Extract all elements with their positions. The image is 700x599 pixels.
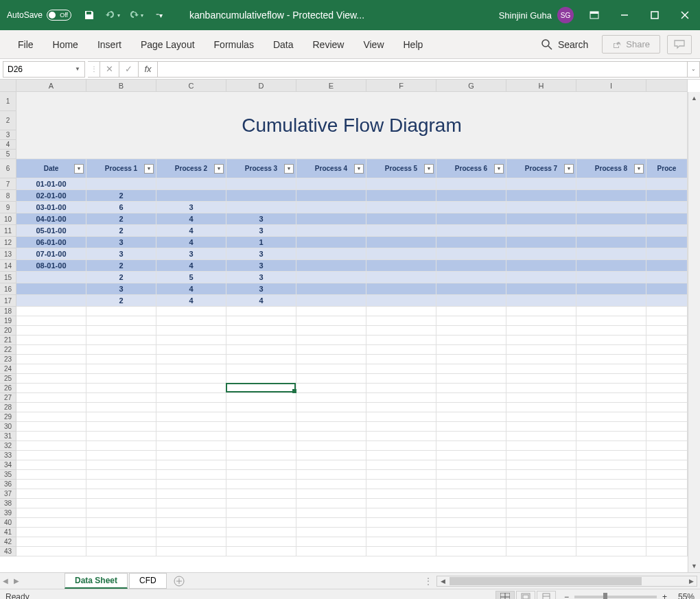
empty-cell[interactable] xyxy=(436,518,506,528)
table-cell[interactable] xyxy=(576,295,646,307)
empty-cell[interactable] xyxy=(86,316,156,326)
empty-cell[interactable] xyxy=(646,537,688,547)
empty-cell[interactable] xyxy=(506,403,576,412)
empty-cell[interactable] xyxy=(506,384,576,393)
empty-cell[interactable] xyxy=(506,508,576,518)
table-cell[interactable] xyxy=(506,225,576,237)
ribbon-tab-help[interactable]: Help xyxy=(394,34,433,56)
scroll-right-icon[interactable]: ▶ xyxy=(686,576,697,586)
zoom-out-button[interactable]: − xyxy=(564,592,569,600)
table-cell[interactable] xyxy=(296,190,366,202)
table-cell[interactable] xyxy=(436,260,506,272)
empty-cell[interactable] xyxy=(296,412,366,422)
row-header[interactable]: 20 xyxy=(0,326,16,336)
empty-cell[interactable] xyxy=(86,384,156,393)
empty-cell[interactable] xyxy=(86,518,156,528)
empty-cell[interactable] xyxy=(16,499,86,508)
empty-cell[interactable] xyxy=(436,403,506,412)
empty-cell[interactable] xyxy=(366,307,436,316)
ribbon-display-icon[interactable] xyxy=(579,0,609,30)
table-cell[interactable]: 01-01-00 xyxy=(16,178,86,190)
ribbon-tab-page-layout[interactable]: Page Layout xyxy=(131,34,205,56)
empty-cell[interactable] xyxy=(576,441,646,451)
table-cell[interactable]: 2 xyxy=(86,225,156,237)
row-header[interactable]: 34 xyxy=(0,460,16,470)
empty-cell[interactable] xyxy=(296,537,366,547)
empty-cell[interactable] xyxy=(646,508,688,518)
empty-cell[interactable] xyxy=(506,460,576,470)
empty-cell[interactable] xyxy=(86,374,156,384)
empty-cell[interactable] xyxy=(156,384,226,393)
ribbon-tab-data[interactable]: Data xyxy=(264,34,303,56)
filter-dropdown-icon[interactable]: ▼ xyxy=(494,164,504,174)
empty-cell[interactable] xyxy=(156,460,226,470)
table-cell[interactable] xyxy=(576,190,646,202)
empty-cell[interactable] xyxy=(576,326,646,336)
empty-cell[interactable] xyxy=(506,470,576,480)
empty-cell[interactable] xyxy=(226,499,296,508)
table-cell[interactable]: 3 xyxy=(226,213,296,225)
empty-cell[interactable] xyxy=(506,528,576,537)
empty-cell[interactable] xyxy=(16,364,86,374)
row-header[interactable]: 21 xyxy=(0,336,16,345)
table-cell[interactable]: 2 xyxy=(86,272,156,283)
table-cell[interactable]: 2 xyxy=(86,295,156,307)
empty-cell[interactable] xyxy=(16,432,86,441)
table-cell[interactable] xyxy=(436,295,506,307)
table-column-header[interactable]: Process 5▼ xyxy=(366,159,436,178)
empty-cell[interactable] xyxy=(436,480,506,489)
select-all-corner[interactable] xyxy=(0,80,16,92)
empty-cell[interactable] xyxy=(646,489,688,499)
empty-cell[interactable] xyxy=(646,307,688,316)
empty-cell[interactable] xyxy=(16,393,86,403)
row-header[interactable]: 23 xyxy=(0,355,16,364)
table-cell[interactable]: 4 xyxy=(156,295,226,307)
empty-cell[interactable] xyxy=(296,470,366,480)
empty-cell[interactable] xyxy=(296,307,366,316)
empty-cell[interactable] xyxy=(296,528,366,537)
tab-split-handle[interactable]: ⋮ xyxy=(424,576,432,586)
table-cell[interactable]: 08-01-00 xyxy=(16,260,86,272)
table-cell[interactable] xyxy=(436,237,506,248)
empty-cell[interactable] xyxy=(226,508,296,518)
horizontal-scrollbar[interactable]: ◀ ▶ xyxy=(436,576,697,587)
table-cell[interactable]: 6 xyxy=(86,202,156,213)
table-cell[interactable] xyxy=(16,283,86,295)
empty-cell[interactable] xyxy=(366,336,436,345)
empty-cell[interactable] xyxy=(16,384,86,393)
row-header[interactable]: 31 xyxy=(0,432,16,441)
table-cell[interactable]: 5 xyxy=(156,272,226,283)
empty-cell[interactable] xyxy=(576,537,646,547)
table-cell[interactable] xyxy=(576,202,646,213)
empty-cell[interactable] xyxy=(366,480,436,489)
empty-cell[interactable] xyxy=(366,470,436,480)
empty-cell[interactable] xyxy=(16,470,86,480)
table-cell[interactable]: 3 xyxy=(156,202,226,213)
empty-cell[interactable] xyxy=(16,451,86,460)
row-header[interactable]: 10 xyxy=(0,213,16,225)
table-cell[interactable] xyxy=(436,213,506,225)
empty-cell[interactable] xyxy=(226,345,296,355)
empty-cell[interactable] xyxy=(436,547,506,556)
empty-cell[interactable] xyxy=(226,432,296,441)
empty-cell[interactable] xyxy=(646,384,688,393)
empty-cell[interactable] xyxy=(296,547,366,556)
empty-cell[interactable] xyxy=(506,307,576,316)
empty-cell[interactable] xyxy=(366,451,436,460)
empty-cell[interactable] xyxy=(576,364,646,374)
empty-cell[interactable] xyxy=(646,451,688,460)
table-cell[interactable] xyxy=(506,248,576,260)
cancel-formula-button[interactable]: ✕ xyxy=(100,61,119,78)
row-header[interactable]: 13 xyxy=(0,248,16,260)
empty-cell[interactable] xyxy=(156,393,226,403)
empty-cell[interactable] xyxy=(86,355,156,364)
empty-cell[interactable] xyxy=(436,355,506,364)
empty-cell[interactable] xyxy=(16,441,86,451)
empty-cell[interactable] xyxy=(646,518,688,528)
table-cell[interactable] xyxy=(296,260,366,272)
empty-cell[interactable] xyxy=(86,460,156,470)
column-header[interactable]: D xyxy=(226,80,296,92)
empty-cell[interactable] xyxy=(506,326,576,336)
empty-cell[interactable] xyxy=(226,393,296,403)
empty-cell[interactable] xyxy=(576,460,646,470)
